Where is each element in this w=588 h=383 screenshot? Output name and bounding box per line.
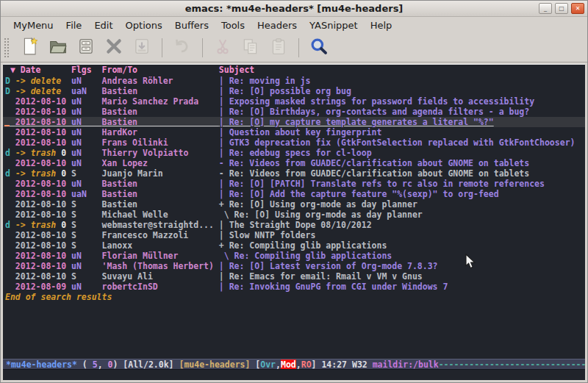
message-row[interactable]: D -> delete uN Andreas Röhler | Re: movi… xyxy=(3,76,585,86)
open-folder-icon xyxy=(49,37,68,59)
modeline-mod: Mod xyxy=(281,359,296,370)
save-icon xyxy=(76,37,96,59)
modeline-plain: ] xyxy=(312,359,322,370)
search-button[interactable] xyxy=(308,37,330,59)
maximize-button[interactable]: □ xyxy=(555,3,568,14)
message-row[interactable]: 2012-08-10 S Francesco Mazzoli | Slow NN… xyxy=(3,230,585,240)
menu-headers[interactable]: Headers xyxy=(252,18,302,33)
menu-help[interactable]: Help xyxy=(365,18,398,33)
point-cursor xyxy=(4,125,10,126)
paste-icon xyxy=(269,37,288,59)
message-row[interactable]: 2012-08-10 S Suvayu Ali | Re: Emacs for … xyxy=(3,271,585,282)
undo-icon xyxy=(173,37,192,59)
message-row[interactable]: 2012-08-10 S Bastien + Re: [O] Using org… xyxy=(3,199,585,210)
message-row[interactable]: 2012-08-10 uN Bastien | Re: [O] my captu… xyxy=(3,117,585,127)
end-of-search-results: End of search results xyxy=(3,292,585,302)
message-row[interactable]: 2012-08-10 uN Florian Müllner \ Re: Comp… xyxy=(3,251,585,261)
message-row[interactable]: 2012-08-10 S Michael Welle \ Re: [O] Usi… xyxy=(3,210,585,220)
message-row[interactable]: d -> trash 0 S Juanjo Marin - Re: Videos… xyxy=(3,168,585,179)
close-buffer-icon xyxy=(104,37,123,59)
menu-buffers[interactable]: Buffers xyxy=(170,18,214,33)
modeline-plain: ) [All/2.0k] xyxy=(112,359,179,370)
menu-file[interactable]: File xyxy=(61,18,87,33)
message-row[interactable]: 2012-08-09 uN robertcInSD | Re: Invoking… xyxy=(3,282,585,292)
modeline-line-number: 5 xyxy=(93,359,98,370)
toolbar-separator xyxy=(162,38,162,57)
modeline-plain: , xyxy=(276,359,281,370)
menu-tools[interactable]: Tools xyxy=(216,18,250,33)
toolbar-separator xyxy=(298,38,299,57)
minimize-button[interactable]: _ xyxy=(539,3,552,14)
modeline-ovr: Ovr xyxy=(260,359,276,370)
menu-options[interactable]: Options xyxy=(121,18,168,33)
modeline-ro: RO xyxy=(301,359,312,370)
message-row[interactable]: 2012-08-10 uN Xan Lopez - Re: Videos fro… xyxy=(3,158,585,168)
toolbar-separator xyxy=(202,38,203,57)
modeline-dashes: ----------------------------------------… xyxy=(439,359,585,370)
message-list: D -> delete uN Andreas Röhler | Re: movi… xyxy=(3,76,585,292)
message-row[interactable]: 2012-08-10 uN 'Mash (Thomas Herbert) | R… xyxy=(3,261,585,271)
close-button[interactable]: ✕ xyxy=(571,3,584,14)
mu4e-headers-buffer: ▼ Date Flgs From/To Subject D -> delete … xyxy=(3,64,585,380)
menu-mymenu[interactable]: MyMenu xyxy=(8,18,59,33)
toolbar-drag-handle[interactable] xyxy=(4,37,10,58)
modeline: *mu4e-headers* ( 5, 0) [All/2.0k] [mu4e-… xyxy=(3,359,585,370)
cut-icon xyxy=(213,37,232,59)
window-controls: _□✕ xyxy=(539,3,584,14)
save-button[interactable] xyxy=(75,37,97,59)
menu-yasnippet[interactable]: YASnippet xyxy=(304,18,363,33)
message-row[interactable]: 2012-08-10 uN Frans Oilinki | GTK3 depre… xyxy=(3,137,585,148)
new-file-button[interactable] xyxy=(19,37,41,59)
minibuffer[interactable] xyxy=(3,370,585,380)
modeline-plain: 14:27 W32 xyxy=(321,359,372,370)
copy-icon xyxy=(241,37,260,59)
modeline-buffer-name: *mu4e-headers* xyxy=(6,359,77,370)
modeline-plain: [ xyxy=(250,359,260,370)
modeline-maildir: maildir:/bulk xyxy=(373,359,439,370)
message-row[interactable]: d -> trash 0 S webmaster@straightd... | … xyxy=(3,220,585,230)
toolbar xyxy=(1,34,587,62)
message-row[interactable]: 2012-08-10 uN Mario Sanchez Prada | Expo… xyxy=(3,96,585,107)
message-row[interactable]: d -> trash 0 uN Thierry Volpiatto | Re: … xyxy=(3,148,585,158)
save-as-icon xyxy=(132,37,151,59)
open-folder-button[interactable] xyxy=(47,37,69,59)
modeline-plain: , xyxy=(98,359,108,370)
close-buffer-button[interactable] xyxy=(103,37,125,59)
modeline-plain: , xyxy=(296,359,301,370)
message-row[interactable]: 2012-08-10 uN HardKor | Question about k… xyxy=(3,127,585,137)
new-file-icon xyxy=(21,37,40,59)
menu-edit[interactable]: Edit xyxy=(89,18,118,33)
paste-button xyxy=(268,37,290,59)
copy-button xyxy=(240,37,262,59)
message-row[interactable]: 2012-08-10 uaN Bastien | Re: [O] Add the… xyxy=(3,189,585,199)
cut-button xyxy=(212,37,234,59)
undo-button xyxy=(171,37,193,59)
message-row[interactable]: 2012-08-10 S Lanoxx + Re: Compiling glib… xyxy=(3,240,585,251)
search-icon xyxy=(309,37,329,59)
titlebar[interactable]: emacs: *mu4e-headers* [mu4e-headers] _□✕ xyxy=(1,1,587,17)
message-row[interactable]: 2012-08-10 uN Bastien | Re: [O] Birthday… xyxy=(3,107,585,117)
message-row[interactable]: 2012-08-10 uN Bastien | Re: [O] [PATCH] … xyxy=(3,179,585,189)
menubar: MyMenuFileEditOptionsBuffersToolsHeaders… xyxy=(1,17,587,34)
emacs-window: emacs: *mu4e-headers* [mu4e-headers] _□✕… xyxy=(0,0,588,383)
window-title: emacs: *mu4e-headers* [mu4e-headers] xyxy=(1,3,587,14)
headers-header-line[interactable]: ▼ Date Flgs From/To Subject xyxy=(3,65,585,76)
modeline-plain: ( xyxy=(77,359,93,370)
modeline-mode: [mu4e-headers] xyxy=(179,359,250,370)
save-as-button xyxy=(131,37,153,59)
message-row[interactable]: D -> delete uaN Bastien | Re: [O] possib… xyxy=(3,86,585,96)
